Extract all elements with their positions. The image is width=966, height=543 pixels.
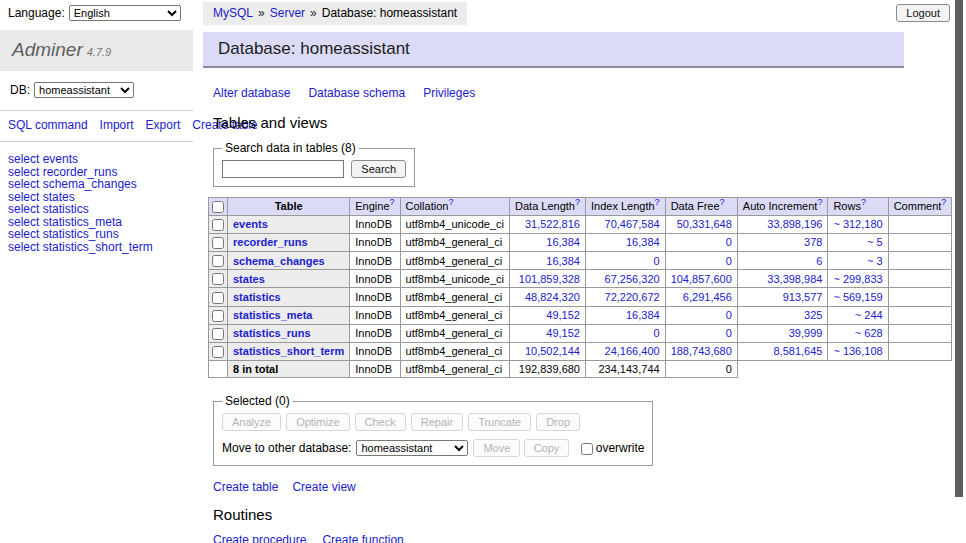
language-select[interactable]: English <box>69 5 181 21</box>
data-length-link[interactable]: 49,152 <box>546 309 580 321</box>
sidebar-select-table-link[interactable]: select statistics_runs <box>8 228 185 241</box>
database-schema-link[interactable]: Database schema <box>308 86 405 100</box>
data-free-link[interactable]: 188,743,680 <box>671 345 732 357</box>
rows-estimate-link[interactable]: ~ 5 <box>867 236 883 248</box>
auto-increment-link[interactable]: 8,581,645 <box>773 345 822 357</box>
overwrite-checkbox[interactable] <box>581 443 593 455</box>
index-length-link[interactable]: 0 <box>654 255 660 267</box>
column-help-link[interactable]: ? <box>941 198 946 208</box>
sidebar-select-table-link[interactable]: select schema_changes <box>8 178 185 191</box>
create-function-link[interactable]: Create function <box>322 533 403 543</box>
column-help-link[interactable]: ? <box>817 198 822 208</box>
sidebar-link-import[interactable]: Import <box>100 118 134 132</box>
sidebar-select-table-link[interactable]: select statistics <box>8 203 185 216</box>
index-length-link[interactable]: 16,384 <box>626 309 660 321</box>
auto-increment-link[interactable]: 6 <box>816 255 822 267</box>
database-nav-links: Alter databaseDatabase schemaPrivileges <box>213 86 894 100</box>
row-checkbox[interactable] <box>212 255 224 267</box>
auto-increment-link[interactable]: 33,398,984 <box>767 273 822 285</box>
move-database-select[interactable]: homeassistant <box>356 440 468 456</box>
optimize-button[interactable]: Optimize <box>286 413 349 431</box>
column-help-link[interactable]: ? <box>655 198 660 208</box>
index-length-link[interactable]: 72,220,672 <box>605 291 660 303</box>
row-checkbox[interactable] <box>212 310 224 322</box>
data-length-link[interactable]: 10,502,144 <box>525 345 580 357</box>
rows-estimate-link[interactable]: ~ 628 <box>855 327 883 339</box>
index-length-link[interactable]: 24,166,400 <box>605 345 660 357</box>
move-button[interactable]: Move <box>473 439 520 457</box>
column-help-link[interactable]: ? <box>575 198 580 208</box>
vertical-scrollbar-thumb[interactable] <box>955 0 963 497</box>
column-help-link[interactable]: ? <box>390 198 395 208</box>
repair-button[interactable]: Repair <box>411 413 463 431</box>
analyze-button[interactable]: Analyze <box>222 413 281 431</box>
row-checkbox[interactable] <box>212 328 224 340</box>
auto-increment-link[interactable]: 913,577 <box>783 291 823 303</box>
column-help-link[interactable]: ? <box>720 198 725 208</box>
sidebar-link-sql-command[interactable]: SQL command <box>8 118 88 132</box>
column-help-link[interactable]: ? <box>448 198 453 208</box>
data-free-link[interactable]: 50,331,648 <box>677 218 732 230</box>
table-name-link[interactable]: recorder_runs <box>233 236 308 248</box>
alter-database-link[interactable]: Alter database <box>213 86 290 100</box>
index-length-link[interactable]: 70,467,584 <box>605 218 660 230</box>
data-length-link[interactable]: 31,522,816 <box>525 218 580 230</box>
rows-estimate-link[interactable]: ~ 244 <box>855 309 883 321</box>
create-procedure-link[interactable]: Create procedure <box>213 533 306 543</box>
select-all-checkbox[interactable] <box>212 201 224 213</box>
auto-increment-link[interactable]: 378 <box>804 236 822 248</box>
table-name-link[interactable]: statistics <box>233 291 281 303</box>
table-name-link[interactable]: statistics_meta <box>233 309 313 321</box>
rows-estimate-link[interactable]: ~ 312,180 <box>833 218 882 230</box>
data-length-link[interactable]: 49,152 <box>546 327 580 339</box>
table-name-link[interactable]: statistics_runs <box>233 327 311 339</box>
breadcrumb-link-server[interactable]: Server <box>270 6 305 20</box>
row-checkbox[interactable] <box>212 346 224 358</box>
breadcrumb-link-mysql[interactable]: MySQL <box>213 6 253 20</box>
db-selector-row: DB:homeassistant <box>0 71 193 111</box>
row-checkbox[interactable] <box>212 292 224 304</box>
sidebar-select-table-link[interactable]: select events <box>8 153 185 166</box>
index-length-link[interactable]: 0 <box>654 327 660 339</box>
table-name-link[interactable]: states <box>233 273 265 285</box>
search-button[interactable]: Search <box>351 160 406 178</box>
rows-estimate-link[interactable]: ~ 136,108 <box>833 345 882 357</box>
auto-increment-link[interactable]: 39,999 <box>789 327 823 339</box>
data-length-link[interactable]: 101,859,328 <box>519 273 580 285</box>
data-free-link[interactable]: 0 <box>726 327 732 339</box>
drop-button[interactable]: Drop <box>536 413 580 431</box>
data-free-link[interactable]: 0 <box>726 309 732 321</box>
table-name-link[interactable]: schema_changes <box>233 255 325 267</box>
rows-estimate-link[interactable]: ~ 3 <box>867 255 883 267</box>
data-length-link[interactable]: 16,384 <box>546 236 580 248</box>
data-free-link[interactable]: 6,291,456 <box>683 291 732 303</box>
sidebar-link-export[interactable]: Export <box>146 118 181 132</box>
row-checkbox[interactable] <box>212 237 224 249</box>
rows-estimate-link[interactable]: ~ 299,833 <box>833 273 882 285</box>
privileges-link[interactable]: Privileges <box>423 86 475 100</box>
data-length-link[interactable]: 48,824,320 <box>525 291 580 303</box>
auto-increment-link[interactable]: 325 <box>804 309 822 321</box>
check-button[interactable]: Check <box>355 413 406 431</box>
sidebar-select-table-link[interactable]: select statistics_short_term <box>8 241 185 254</box>
data-length-link[interactable]: 16,384 <box>546 255 580 267</box>
index-length-link[interactable]: 67,256,320 <box>605 273 660 285</box>
row-checkbox[interactable] <box>212 219 224 231</box>
create-view-link[interactable]: Create view <box>292 480 355 494</box>
data-free-link[interactable]: 104,857,600 <box>671 273 732 285</box>
table-name-link[interactable]: statistics_short_term <box>233 345 344 357</box>
rows-estimate-link[interactable]: ~ 569,159 <box>833 291 882 303</box>
index-length-link[interactable]: 16,384 <box>626 236 660 248</box>
data-free-link[interactable]: 0 <box>726 236 732 248</box>
row-checkbox[interactable] <box>212 273 224 285</box>
truncate-button[interactable]: Truncate <box>468 413 531 431</box>
search-input[interactable] <box>222 160 344 178</box>
create-table-link[interactable]: Create table <box>213 480 278 494</box>
data-free-link[interactable]: 0 <box>726 255 732 267</box>
auto-increment-link[interactable]: 33,898,196 <box>767 218 822 230</box>
column-help-link[interactable]: ? <box>861 198 866 208</box>
copy-button[interactable]: Copy <box>524 439 570 457</box>
logout-button[interactable]: Logout <box>896 4 950 22</box>
table-name-link[interactable]: events <box>233 218 268 230</box>
db-select[interactable]: homeassistant <box>34 82 134 98</box>
